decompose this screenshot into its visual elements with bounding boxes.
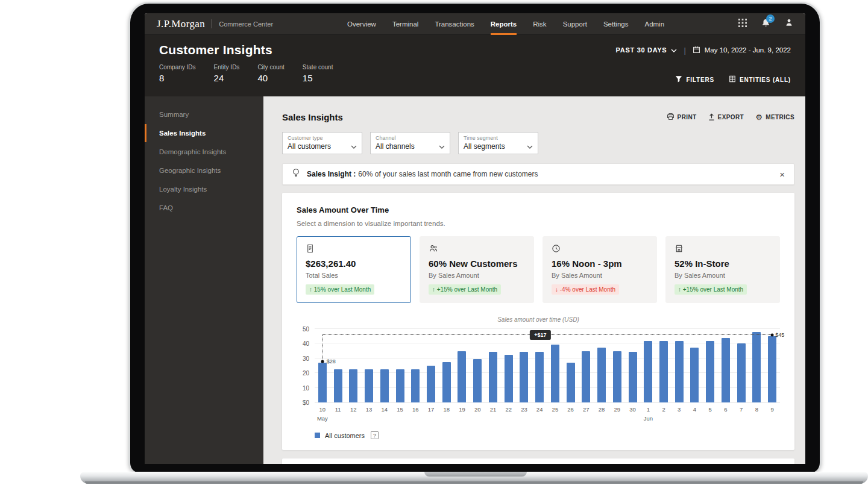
close-icon[interactable]: ×	[779, 170, 785, 179]
jpmorgan-logo: J.P.Morgan	[157, 18, 205, 30]
x-tick-4: 4	[687, 406, 703, 422]
metric-subtitle: By Sales Amount	[675, 272, 771, 279]
bar-16[interactable]	[411, 369, 420, 402]
stat-value: 24	[214, 73, 240, 83]
user-profile-icon[interactable]	[785, 18, 793, 30]
bar-28[interactable]	[597, 348, 606, 403]
sidebar-item-summary[interactable]: Summary	[145, 105, 263, 124]
bar-14[interactable]	[380, 369, 389, 402]
legend-swatch	[315, 433, 320, 438]
annotation-start-dot	[321, 360, 324, 363]
print-button[interactable]: PRINT	[667, 113, 697, 122]
month-label-jun: Jun	[640, 415, 656, 422]
period-selector[interactable]: PAST 30 DAYS	[616, 46, 678, 54]
bar-26[interactable]	[567, 363, 575, 402]
bar-25[interactable]	[551, 345, 559, 402]
metric-title: 16% Noon - 3pm	[552, 258, 648, 269]
nav-item-transactions[interactable]: Transactions	[435, 13, 474, 35]
bar-1[interactable]	[644, 341, 652, 402]
page-title: Customer Insights	[159, 43, 272, 57]
bar-30[interactable]	[629, 352, 637, 402]
bar-11[interactable]	[334, 369, 342, 402]
entities-button[interactable]: ENTITIES (ALL)	[729, 75, 791, 84]
chart-title: Sales amount over time (USD)	[297, 316, 780, 323]
metric-cards-row: $263,261.40 Total Sales ↑ 15% over Last …	[297, 236, 780, 303]
select-value: All customers	[288, 142, 357, 151]
legend-label: All customers	[325, 432, 365, 439]
metric-card-total-sales[interactable]: $263,261.40 Total Sales ↑ 15% over Last …	[297, 236, 411, 303]
notifications-button[interactable]: 2	[761, 18, 770, 30]
metrics-button[interactable]: ⚙ METRICS	[755, 113, 794, 121]
filters-button[interactable]: FILTERS	[675, 75, 714, 84]
insight-banner-title: Sales Insight :	[307, 170, 356, 178]
metric-subtitle: By Sales Amount	[429, 272, 525, 279]
x-tick-9: 9	[764, 406, 780, 422]
stat-label: Company IDs	[159, 64, 196, 70]
annotation-tooltip: +$17	[530, 330, 550, 340]
bar-5[interactable]	[706, 341, 714, 402]
export-button[interactable]: EXPORT	[708, 113, 744, 122]
bar-29[interactable]	[613, 351, 621, 402]
bar-3[interactable]	[675, 341, 684, 402]
nav-item-admin[interactable]: Admin	[644, 13, 664, 35]
nav-icons: 2	[738, 18, 793, 30]
x-tick-8: 8	[749, 406, 765, 422]
nav-item-risk[interactable]: Risk	[533, 13, 546, 35]
sidebar-item-loyalty-insights[interactable]: Loyalty Insights	[145, 180, 263, 198]
sidebar-item-sales-insights[interactable]: Sales Insights	[145, 124, 263, 142]
nav-item-reports[interactable]: Reports	[491, 13, 517, 35]
app-window: J.P.Morgan Commerce Center OverviewTermi…	[145, 13, 805, 464]
brand-divider	[212, 19, 212, 28]
nav-item-terminal[interactable]: Terminal	[392, 13, 418, 35]
bar-10[interactable]	[318, 363, 327, 402]
insight-banner-text: 60% of your sales last month came from n…	[358, 170, 538, 178]
metric-card-60-new-customers[interactable]: 60% New Customers By Sales Amount ↑ +15%…	[420, 236, 534, 303]
chart-legend: All customers ?	[297, 431, 780, 439]
insight-banner: Sales Insight : 60% of your sales last m…	[282, 163, 794, 185]
bar-2[interactable]	[659, 341, 668, 402]
bar-20[interactable]	[473, 359, 482, 402]
bar-21[interactable]	[489, 352, 497, 402]
select-label: Time segment	[464, 135, 533, 141]
calendar-icon	[693, 46, 700, 55]
bar-7[interactable]	[737, 343, 746, 402]
bar-27[interactable]	[582, 351, 590, 402]
select-time-segment[interactable]: Time segmentAll segments	[458, 132, 538, 154]
bar-4[interactable]	[690, 348, 699, 403]
nav-item-support[interactable]: Support	[563, 13, 587, 35]
x-tick-30: 30	[625, 406, 641, 422]
help-icon[interactable]: ?	[371, 431, 379, 439]
apps-grid-icon[interactable]	[738, 19, 747, 30]
bar-23[interactable]	[520, 352, 528, 402]
y-tick-label: $0	[303, 399, 309, 406]
bar-8[interactable]	[752, 332, 761, 402]
x-tick-3: 3	[671, 406, 687, 422]
bar-9[interactable]	[768, 336, 776, 402]
bar-17[interactable]	[427, 366, 435, 402]
bar-13[interactable]	[365, 369, 373, 402]
bar-22[interactable]	[505, 355, 513, 402]
bar-18[interactable]	[442, 362, 451, 402]
bar-6[interactable]	[722, 338, 730, 402]
select-channel[interactable]: ChannelAll channels	[370, 132, 450, 154]
nav-item-overview[interactable]: Overview	[347, 13, 376, 35]
x-tick-19: 19	[454, 406, 470, 422]
lightbulb-icon	[292, 168, 300, 181]
bar-24[interactable]	[535, 352, 544, 402]
sidebar-item-demographic-insights[interactable]: Demographic Insights	[145, 143, 263, 161]
metric-card-16-noon-3pm[interactable]: 16% Noon - 3pm By Sales Amount ↓ -4% ove…	[542, 236, 657, 303]
chart-y-axis: 5040302010$0	[297, 329, 315, 402]
stat-entity-ids: Entity IDs24	[214, 64, 240, 83]
bar-15[interactable]	[396, 369, 404, 402]
bar-12[interactable]	[349, 369, 357, 402]
bar-19[interactable]	[458, 351, 466, 402]
toolbar: PRINT EXPORT ⚙ METRICS	[667, 113, 794, 122]
select-customer-type[interactable]: Customer typeAll customers	[282, 132, 362, 154]
sidebar-item-geographic-insights[interactable]: Geographic Insights	[145, 161, 263, 180]
sidebar-item-faq[interactable]: FAQ	[145, 199, 263, 217]
nav-item-settings[interactable]: Settings	[603, 13, 629, 35]
chart-card-title: Sales Amount Over Time	[297, 205, 780, 214]
x-tick-5: 5	[702, 406, 718, 422]
metric-card-52-in-store[interactable]: 52% In-Store By Sales Amount ↑ +15% over…	[665, 236, 780, 303]
date-range[interactable]: May 10, 2022 - Jun. 9, 2022	[693, 46, 791, 55]
